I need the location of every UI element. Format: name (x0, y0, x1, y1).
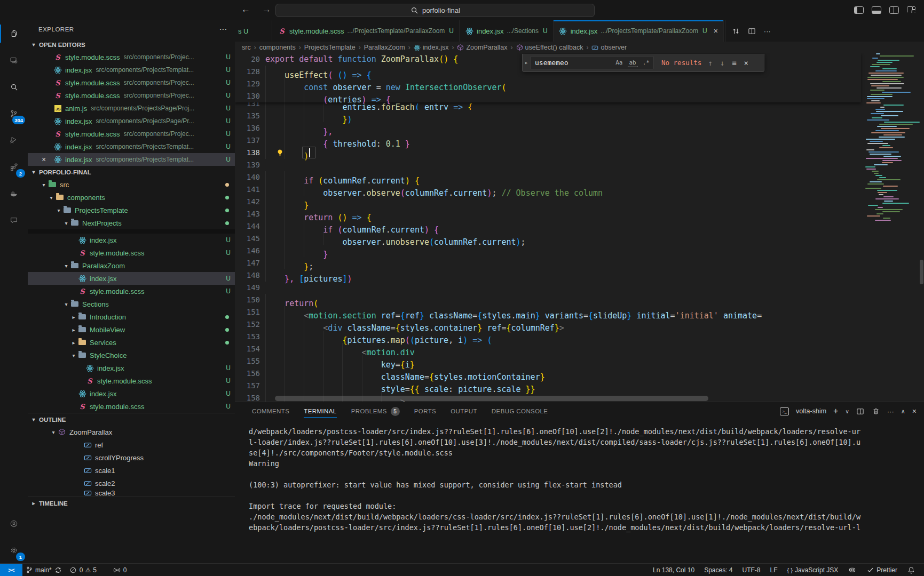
panel-tab-comments[interactable]: COMMENTS (252, 402, 289, 420)
outline-item-scale2[interactable]: scale2 (28, 477, 235, 490)
status-cursor-position[interactable]: Ln 138, Col 10 (650, 566, 698, 574)
kill-terminal-icon[interactable] (872, 407, 880, 415)
open-editor-item[interactable]: Sstyle.module.scsssrc/components/Projec.… (28, 76, 235, 89)
code-line[interactable]: 141observer.observe(columnRef.current); … (235, 183, 861, 196)
back-arrow-icon[interactable]: ← (241, 4, 250, 15)
status-formatter[interactable]: Prettier (863, 566, 901, 574)
breadcrumb-item[interactable]: components (259, 44, 296, 51)
minimap[interactable] (863, 53, 919, 402)
find-input[interactable]: usememeo Aa ab .* (530, 56, 654, 69)
outline-item-scrollyprogress[interactable]: scrollYProgress (28, 451, 235, 464)
new-terminal-icon[interactable]: + (833, 406, 838, 416)
close-icon[interactable]: × (42, 155, 46, 164)
open-editor-item[interactable]: index.jsxsrc/components/ProjectsPage/Pr.… (28, 115, 235, 127)
branch-status[interactable]: main* (22, 564, 66, 576)
tab-close-icon[interactable]: × (714, 27, 718, 35)
terminal-output[interactable]: d/webpack/loaders/postcss-loader/src/ind… (249, 426, 920, 563)
breadcrumb-item[interactable]: ProjectsTemplate (304, 44, 356, 51)
activity-item-explorer[interactable] (0, 20, 28, 47)
open-editor-item[interactable]: index.jsxsrc/components/ProjectsTemplat.… (28, 63, 235, 76)
code-line[interactable]: 154<motion.div (235, 343, 861, 355)
status-language-mode[interactable]: { }JavaScript JSX (784, 566, 842, 574)
breadcrumb-item[interactable]: useEffect() callback (516, 44, 583, 51)
tab-index.jsx[interactable]: index.jsx.../ProjectsTemplate/ParallaxZo… (554, 20, 724, 42)
activity-item-run-debug[interactable] (0, 127, 28, 154)
code-line[interactable]: 144if (columnRef.current) { (235, 220, 861, 233)
code-line[interactable]: 136}, (235, 122, 861, 134)
tree-item-style.module.scss[interactable]: Sstyle.module.scssU (28, 246, 235, 259)
activity-item-settings[interactable]: 1 (0, 537, 28, 564)
open-editor-item[interactable]: index.jsxsrc/components/ProjectsTemplat.… (28, 140, 235, 153)
forward-arrow-icon[interactable]: → (262, 4, 271, 15)
status-encoding[interactable]: UTF-8 (739, 566, 764, 574)
activity-item-docker[interactable] (0, 180, 28, 207)
split-editor-icon[interactable] (748, 27, 756, 35)
find-close-icon[interactable]: × (744, 59, 748, 67)
activity-item-source-control[interactable]: 304 (0, 100, 28, 127)
section-project[interactable]: ▾PORFOLIO-FINAL (28, 166, 235, 178)
code-line[interactable]: 135}) (235, 110, 861, 122)
panel-tab-output[interactable]: OUTPUT (451, 402, 477, 420)
code-line[interactable]: 139 (235, 159, 861, 171)
status-copilot[interactable] (844, 566, 859, 574)
status-indentation[interactable]: Spaces: 4 (701, 566, 736, 574)
code-line[interactable]: 138) (235, 147, 861, 159)
remote-indicator[interactable]: >< (0, 564, 22, 576)
horizontal-scrollbar[interactable] (275, 396, 708, 401)
code-line[interactable]: 149 (235, 282, 861, 294)
vertical-scrollbar[interactable] (920, 260, 923, 284)
code-line[interactable]: 143return () => { (235, 208, 861, 220)
breadcrumb-item[interactable]: src (242, 44, 251, 51)
tree-item-style.module.scss[interactable]: Sstyle.module.scssU (28, 374, 235, 387)
code-line[interactable]: 147}; (235, 257, 861, 269)
code-line[interactable]: 129const observer = new IntersectionObse… (235, 78, 861, 90)
tree-item-sections[interactable]: ▾Sections (28, 298, 235, 310)
terminal-name[interactable]: volta-shim (796, 407, 826, 415)
panel-tab-ports[interactable]: PORTS (414, 402, 436, 420)
find-next-icon[interactable]: ↓ (720, 59, 724, 67)
close-panel-icon[interactable]: × (912, 407, 917, 415)
code-line[interactable]: 157style={{ scale: picture.scale }} (235, 380, 861, 392)
open-editor-item[interactable]: JSanim.jssrc/components/ProjectsPage/Pro… (28, 102, 235, 115)
code-line[interactable]: 140if (columnRef.current) { (235, 171, 861, 183)
code-line[interactable]: 156className={styles.motionContainer} (235, 367, 861, 380)
open-editor-item[interactable]: Sstyle.module.scsssrc/components/Projec.… (28, 127, 235, 140)
activity-item-chat[interactable] (0, 207, 28, 234)
broadcast-status[interactable]: 0 (109, 564, 130, 576)
editor-more-icon[interactable]: ··· (764, 27, 771, 35)
tree-item-projectstemplate[interactable]: ▾ProjectsTemplate (28, 204, 235, 217)
toggle-secondary-sidebar-icon[interactable] (889, 6, 899, 14)
panel-tab-problems[interactable]: PROBLEMS5 (351, 402, 400, 420)
tree-item-stylechoice[interactable]: ▾StyleChoice (28, 349, 235, 362)
outline-item-scale1[interactable]: scale1 (28, 464, 235, 477)
clipped-tab[interactable]: s U (235, 20, 272, 42)
tree-item-index.jsx[interactable]: index.jsxU (28, 234, 235, 246)
open-editor-item[interactable]: ×index.jsxsrc/components/ProjectsTemplat… (28, 153, 235, 166)
tab-index.jsx[interactable]: index.jsx.../SectionsU (460, 20, 554, 42)
panel-tab-terminal[interactable]: TERMINAL (304, 402, 336, 420)
terminal-dropdown-icon[interactable]: ∨ (845, 409, 849, 414)
whole-word-toggle[interactable]: ab (628, 59, 638, 67)
section-timeline[interactable]: ▸TIMELINE (28, 497, 235, 509)
open-editor-item[interactable]: Sstyle.module.scsssrc/components/Projec.… (28, 89, 235, 102)
activity-item-remote-explorer[interactable] (0, 47, 28, 74)
tree-item-index.jsx[interactable]: index.jsxU (28, 272, 235, 285)
activity-item-accounts[interactable] (0, 510, 28, 537)
section-open-editors[interactable]: ▾OPEN EDITORS (28, 38, 235, 51)
problems-status[interactable]: 0⚠5 (66, 564, 100, 576)
toggle-panel-icon[interactable] (872, 6, 881, 14)
panel-more-icon[interactable]: ··· (887, 407, 894, 415)
tree-item-components[interactable]: ▾components (28, 191, 235, 204)
find-in-selection-icon[interactable]: ≡ (732, 59, 736, 67)
breadcrumb-item[interactable]: ZoomParallax (457, 44, 507, 51)
tree-item-parallaxzoom[interactable]: ▾ParallaxZoom (28, 259, 235, 272)
breadcrumb-item[interactable]: observer (591, 44, 627, 51)
code-line[interactable]: 153{pictures.map((picture, i) => ( (235, 331, 861, 343)
outline-item-zoomparallax[interactable]: ▾ZoomParallax (28, 426, 235, 438)
split-terminal-icon[interactable] (856, 407, 865, 415)
command-center-search[interactable]: porfolio-final (275, 4, 595, 17)
tree-item-style.module.scss[interactable]: Sstyle.module.scssU (28, 285, 235, 298)
tree-item-mobileview[interactable]: ▸MobileView (28, 323, 235, 336)
find-previous-icon[interactable]: ↑ (708, 59, 712, 67)
code-line[interactable]: 152<div className={styles.container} ref… (235, 318, 861, 331)
